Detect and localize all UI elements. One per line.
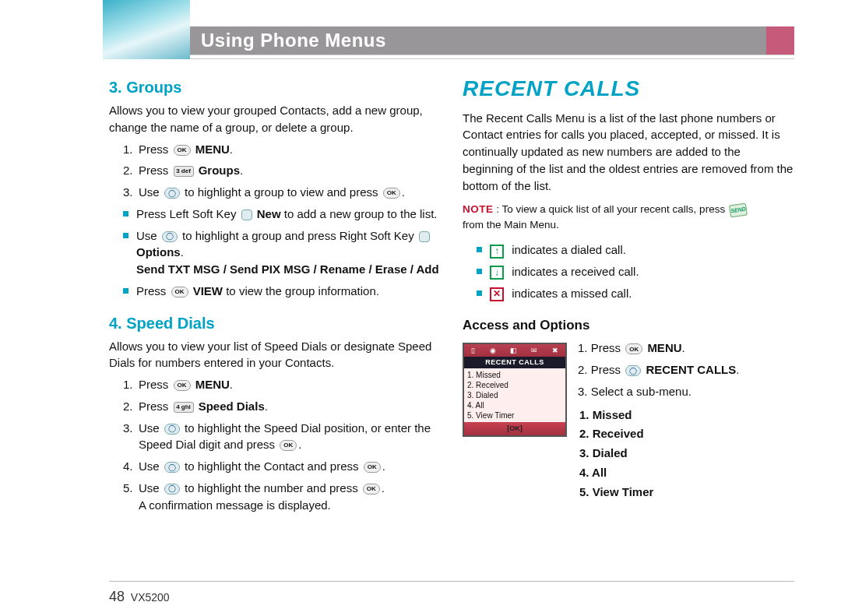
submenu-item: 3. Dialed [579,445,794,462]
page-header: Using Phone Menus [0,0,841,59]
ok-key-icon: OK [625,343,642,354]
indicator-item: ✕ indicates a missed call. [477,285,794,302]
bullet-icon [123,211,128,216]
submenu-item: 2. Received [579,425,794,442]
ok-key-icon: OK [364,462,381,473]
left-soft-key-icon [241,209,252,220]
phone-status-bar: ▯◉◧✉✖ [464,344,565,357]
ok-key-icon: OK [174,145,191,156]
bullet-item: Press OK VIEW to view the group informat… [123,283,441,300]
key-3-icon: 3 def [174,166,194,177]
footer-rule [109,581,794,582]
list-item: 1. Press OK MENU. [123,376,441,393]
nav-key-icon: ◯ [164,188,180,199]
speed-dials-intro: Allows you to view your list of Speed Di… [109,338,441,372]
bullet-icon [477,247,482,252]
access-options-heading: Access and Options [463,316,794,336]
bullet-icon [123,288,128,294]
nav-key-icon: ◯ [164,462,180,473]
phone-menu-row: 2. Received [467,380,562,390]
access-block: ▯◉◧✉✖ RECENT CALLS 1. Missed 2. Received… [463,340,794,502]
list-item: 4. Use ◯ to highlight the Contact and pr… [123,458,441,475]
indicator-item: ↑ indicates a dialed call. [477,241,794,259]
speed-dials-steps: 1. Press OK MENU. 2. Press 4 ghi Speed D… [109,376,441,513]
bullet-item: Use ◯ to highlight a group and press Rig… [123,227,441,278]
header-accent-square [766,26,794,55]
nav-key-icon: ◯ [164,484,180,495]
content-columns: 3. Groups Allows you to view your groupe… [0,59,841,518]
groups-intro: Allows you to view your grouped Contacts… [109,102,441,136]
phone-softkey-bar: [OK] [464,422,565,435]
bullet-item: Press Left Soft Key New to add a new gro… [123,206,441,223]
phone-menu-title: RECENT CALLS [464,357,565,368]
phone-menu-row: 4. All [467,400,562,410]
model-number: VX5200 [131,591,170,604]
header-strip: Using Phone Menus [190,26,779,55]
nav-key-icon: ◯ [625,365,641,376]
note-block: NOTE : To view a quick list of all your … [463,202,794,232]
page-title: Using Phone Menus [201,30,386,51]
options-sublist: Send TXT MSG / Send PIX MSG / Rename / E… [136,261,441,278]
list-item: 1. Press OK MENU. [123,141,441,158]
right-soft-key-icon [419,231,430,242]
left-column: 3. Groups Allows you to view your groupe… [109,73,441,518]
phone-menu-body: 1. Missed 2. Received 3. Dialed 4. All 5… [464,368,565,422]
right-column: RECENT CALLS The Recent Calls Menu is a … [463,73,794,518]
submenu-item: 4. All [579,464,794,481]
page-footer: 48 VX5200 [109,589,170,605]
bullet-icon [477,290,482,296]
key-4-icon: 4 ghi [174,402,194,413]
submenu-item: 5. View Timer [579,484,794,501]
ok-key-icon: OK [363,484,380,495]
phone-screenshot: ▯◉◧✉✖ RECENT CALLS 1. Missed 2. Received… [463,343,567,437]
section-heading-groups: 3. Groups [109,76,441,99]
page-number: 48 [109,589,125,604]
submenu-item: 1. Missed [579,407,794,424]
list-item: 3. Use ◯ to highlight a group to view an… [123,184,441,201]
ok-key-icon: OK [383,188,400,199]
header-rules [190,55,794,59]
list-item: 2. Press 4 ghi Speed Dials. [123,398,441,415]
recent-calls-heading: RECENT CALLS [463,73,794,105]
send-key-icon: SEND [729,202,748,217]
nav-key-icon: ◯ [162,231,178,242]
bullet-icon [477,269,482,274]
indicator-item: ↓ indicates a received call. [477,263,794,280]
bullet-icon [123,233,128,238]
received-call-icon: ↓ [490,266,504,280]
ok-key-icon: OK [174,380,191,391]
phone-menu-row: 1. Missed [467,370,562,380]
groups-steps: 1. Press OK MENU. 2. Press 3 def Groups.… [109,141,441,201]
phone-menu-row: 3. Dialed [467,390,562,400]
list-item: 2. Press 3 def Groups. [123,162,441,179]
phone-menu-row: 5. View Timer [467,410,562,421]
dialed-call-icon: ↑ [490,245,504,259]
note-label: NOTE [463,203,494,215]
list-item: 3. Use ◯ to highlight the Speed Dial pos… [123,420,441,454]
missed-call-icon: ✕ [490,287,504,301]
section-heading-speed-dials: 4. Speed Dials [109,312,441,335]
list-item: 5. Use ◯ to highlight the number and pre… [123,480,441,514]
ok-key-icon: OK [171,287,188,297]
nav-key-icon: ◯ [164,424,180,435]
header-photo [103,0,190,59]
submenu-list: 1. Missed 2. Received 3. Dialed 4. All 5… [579,407,794,501]
ok-key-icon: OK [280,440,297,451]
recent-calls-intro: The Recent Calls Menu is a list of the l… [463,110,794,195]
manual-page: Using Phone Menus 3. Groups Allows you t… [0,0,841,616]
